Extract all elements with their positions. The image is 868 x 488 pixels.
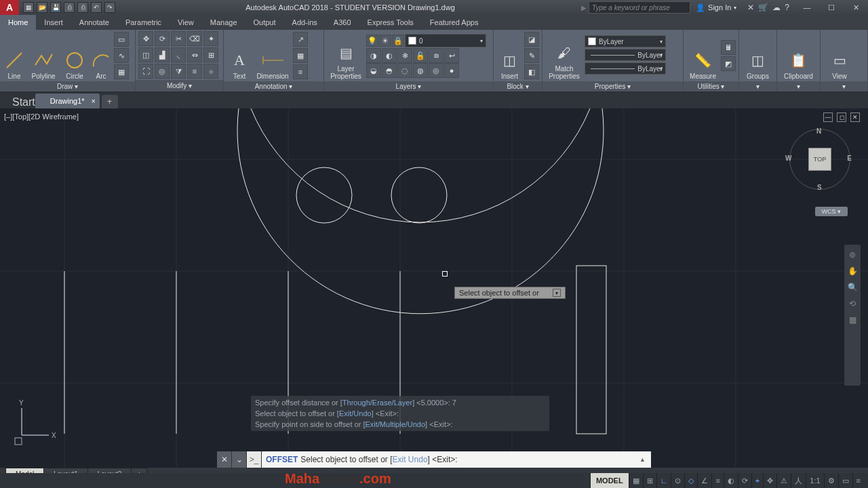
- line-button[interactable]: Line: [3, 31, 26, 80]
- zoom-icon[interactable]: 🔍: [846, 281, 859, 293]
- calc-icon[interactable]: 🖩: [721, 40, 736, 55]
- offset-icon[interactable]: ◎: [155, 64, 170, 79]
- bulb-icon[interactable]: 💡: [366, 35, 378, 47]
- erase-icon[interactable]: ⌫: [187, 31, 202, 46]
- layer-iso-icon[interactable]: ◑: [366, 48, 381, 63]
- layer-e-icon[interactable]: ◎: [429, 63, 443, 78]
- dyn-dropdown-icon[interactable]: ▾: [553, 289, 561, 297]
- linetype-combo[interactable]: ByLayer: [585, 62, 666, 75]
- workspace2-icon[interactable]: ⚙: [824, 473, 838, 488]
- lineweight-combo[interactable]: ByLayer: [585, 49, 666, 61]
- qat-new-icon[interactable]: ▦: [23, 2, 34, 13]
- tab-annotate[interactable]: Annotate: [71, 15, 117, 30]
- layer-lock2-icon[interactable]: 🔓: [413, 48, 428, 63]
- lwt-toggle-icon[interactable]: ≡: [711, 473, 723, 488]
- help-search-input[interactable]: Type a keyword or phrase: [589, 1, 690, 14]
- panel-properties-title[interactable]: Properties ▾: [542, 81, 683, 92]
- color-combo[interactable]: ByLayer: [585, 35, 666, 47]
- mtext-icon[interactable]: ≡: [293, 64, 308, 79]
- hatch-icon[interactable]: ▦: [114, 64, 129, 79]
- array-icon[interactable]: ⊞: [203, 47, 218, 62]
- exchange-icon[interactable]: ✕: [747, 3, 754, 12]
- scale-icon[interactable]: ⛶: [138, 64, 153, 79]
- arraypath-icon[interactable]: ⟐: [203, 64, 218, 79]
- orbit-icon[interactable]: ⟲: [846, 298, 859, 310]
- customize-icon[interactable]: ≡: [852, 473, 864, 488]
- stretch-icon[interactable]: ⇔: [187, 47, 202, 62]
- drawing-canvas[interactable]: [–][Top][2D Wireframe] — ◻ ✕ Select obje…: [0, 108, 868, 468]
- wcs-badge[interactable]: WCS ▾: [815, 207, 848, 216]
- chamfer-icon[interactable]: ⧩: [171, 64, 186, 79]
- align-icon[interactable]: ≡: [187, 64, 202, 79]
- clean-screen-icon[interactable]: ▭: [838, 473, 852, 488]
- cmdline-history-icon[interactable]: ▲: [634, 456, 651, 463]
- fillet-icon[interactable]: ◟: [171, 47, 186, 62]
- edit-block-icon[interactable]: ✎: [524, 48, 539, 63]
- viewcube[interactable]: N S E W TOP: [789, 129, 850, 190]
- showmotion-icon[interactable]: ▦: [846, 314, 859, 326]
- table-icon[interactable]: ▦: [293, 48, 308, 63]
- transparency-icon[interactable]: ◐: [724, 473, 738, 488]
- panel-utilities-title[interactable]: Utilities ▾: [684, 81, 738, 92]
- rect-icon[interactable]: ▭: [114, 32, 129, 47]
- leader-icon[interactable]: ↗: [293, 32, 308, 47]
- layer-freeze-icon[interactable]: ❄: [397, 48, 412, 63]
- grid-toggle-icon[interactable]: ▦: [629, 473, 643, 488]
- panel-view-title[interactable]: ▾: [821, 81, 867, 92]
- tab-addins[interactable]: Add-ins: [284, 15, 326, 30]
- layer-a-icon[interactable]: ◒: [366, 63, 381, 78]
- explode-icon[interactable]: ✦: [203, 31, 218, 46]
- minimize-button[interactable]: —: [795, 0, 819, 15]
- workspace-icon[interactable]: ✥: [763, 473, 776, 488]
- annomonitor-icon[interactable]: ⚠: [776, 473, 791, 488]
- copy-icon[interactable]: ◫: [138, 47, 153, 62]
- dynamic-input-prompt[interactable]: Select object to offset or▾: [454, 287, 566, 299]
- lock-icon[interactable]: 🔒: [392, 35, 404, 47]
- command-line[interactable]: ✕ ⌄ >_ OFFSET Select object to offset or…: [217, 451, 651, 468]
- tab-featured[interactable]: Featured Apps: [422, 15, 487, 30]
- steering-wheel-icon[interactable]: ⊚: [846, 249, 859, 261]
- close-tab-icon[interactable]: ×: [92, 98, 96, 105]
- qat-undo-icon[interactable]: ↶: [91, 2, 102, 13]
- panel-groups-title[interactable]: ▾: [739, 81, 776, 92]
- layer-b-icon[interactable]: ◓: [382, 63, 397, 78]
- measure-button[interactable]: 📏Measure: [686, 31, 719, 80]
- tab-view[interactable]: View: [170, 15, 202, 30]
- cart-icon[interactable]: 🛒: [758, 3, 768, 12]
- qat-redo-icon[interactable]: ↷: [104, 2, 115, 13]
- cmdline-close-icon[interactable]: ✕: [217, 451, 232, 468]
- tab-output[interactable]: Output: [245, 15, 284, 30]
- trim-icon[interactable]: ✂: [171, 31, 186, 46]
- tab-express[interactable]: Express Tools: [359, 15, 422, 30]
- otrack-toggle-icon[interactable]: ∠: [697, 473, 711, 488]
- view-button[interactable]: ▭View: [823, 31, 856, 80]
- sign-in-button[interactable]: 👤 Sign In ▾: [690, 3, 742, 12]
- tab-parametric[interactable]: Parametric: [117, 15, 170, 30]
- sun-icon[interactable]: ☀: [379, 35, 391, 47]
- layer-properties-button[interactable]: ▤Layer Properties: [327, 31, 365, 80]
- tab-home[interactable]: Home: [0, 15, 36, 30]
- tab-manage[interactable]: Manage: [202, 15, 245, 30]
- polar-toggle-icon[interactable]: ⊙: [671, 473, 684, 488]
- clipboard-button[interactable]: 📋Clipboard: [780, 31, 817, 80]
- create-block-icon[interactable]: ◪: [524, 32, 539, 47]
- panel-block-title[interactable]: Block ▾: [494, 81, 542, 92]
- qat-print-icon[interactable]: ⎙: [77, 2, 88, 13]
- circle-button[interactable]: Circle: [61, 31, 88, 80]
- tab-start[interactable]: Start: [12, 96, 35, 108]
- match-properties-button[interactable]: 🖌Match Properties: [545, 31, 583, 80]
- panel-draw-title[interactable]: Draw ▾: [0, 81, 135, 92]
- app-logo[interactable]: A: [0, 0, 19, 15]
- panel-annotation-title[interactable]: Annotation ▾: [224, 81, 323, 92]
- qat-open-icon[interactable]: 📂: [37, 2, 47, 13]
- status-model[interactable]: MODEL: [590, 473, 629, 488]
- layer-combo[interactable]: 0▾: [405, 34, 486, 47]
- polyline-button[interactable]: Polyline: [27, 31, 60, 80]
- new-tab-button[interactable]: +: [102, 95, 118, 108]
- dimension-button[interactable]: Dimension: [254, 31, 292, 80]
- dyn-input-icon[interactable]: +: [751, 473, 763, 488]
- text-button[interactable]: AText: [226, 31, 252, 80]
- layer-c-icon[interactable]: ◌: [397, 63, 412, 78]
- spline-icon[interactable]: ∿: [114, 48, 129, 63]
- close-button[interactable]: ✕: [844, 0, 868, 15]
